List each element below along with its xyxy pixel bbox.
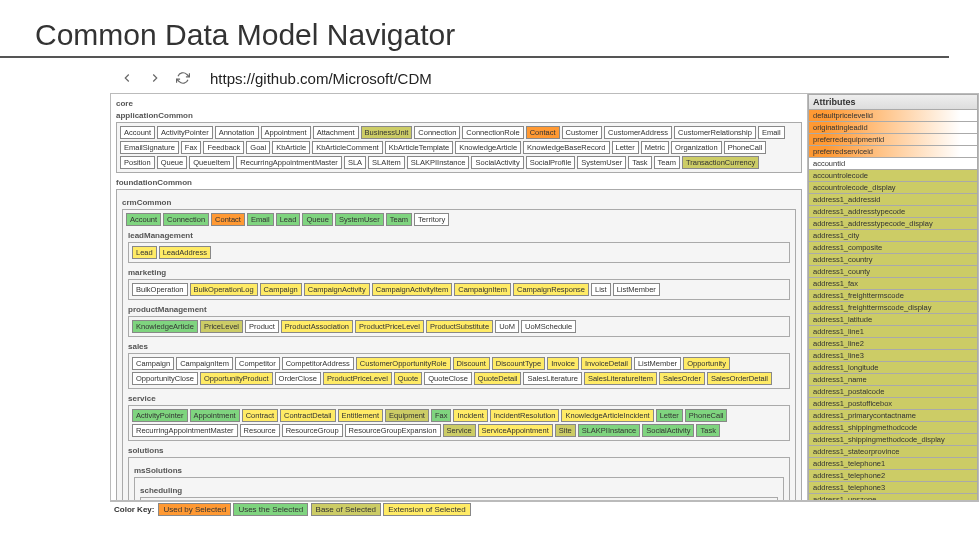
attribute-row[interactable]: address1_addresstypecode_display [808, 218, 978, 230]
attribute-row[interactable]: preferredserviceid [808, 146, 978, 158]
entity-tile[interactable]: Team [654, 156, 680, 169]
entity-tile[interactable]: Customer [562, 126, 603, 139]
entity-tile[interactable]: Position [120, 156, 155, 169]
attribute-row[interactable]: address1_line1 [808, 326, 978, 338]
attribute-row[interactable]: address1_addresstypecode [808, 206, 978, 218]
entity-tile[interactable]: Incident [453, 409, 487, 422]
entity-tile[interactable]: CustomerOpportunityRole [356, 357, 451, 370]
entity-tile[interactable]: KnowledgeArticleIncident [561, 409, 653, 422]
entity-tile[interactable]: Invoice [547, 357, 579, 370]
entity-tile[interactable]: Contact [526, 126, 560, 139]
entity-tile[interactable]: TransactionCurrency [682, 156, 759, 169]
entity-tile[interactable]: CampaignActivityItem [372, 283, 453, 296]
entity-tile[interactable]: CustomerAddress [604, 126, 672, 139]
entity-tile[interactable]: ProductPriceLevel [355, 320, 424, 333]
attribute-row[interactable]: accountrolecode [808, 170, 978, 182]
entity-tile[interactable]: CustomerRelationship [674, 126, 756, 139]
attribute-row[interactable]: defaultpricelevelid [808, 110, 978, 122]
entity-tile[interactable]: QuoteDetail [474, 372, 522, 385]
entity-tile[interactable]: RecurringAppointmentMaster [236, 156, 342, 169]
entity-tile[interactable]: Opportunity [683, 357, 730, 370]
attribute-row[interactable]: address1_name [808, 374, 978, 386]
entity-tile[interactable]: BulkOperation [132, 283, 188, 296]
entity-tile[interactable]: CompetitorAddress [282, 357, 354, 370]
entity-tile[interactable]: Appointment [261, 126, 311, 139]
entity-tile[interactable]: SocialActivity [471, 156, 523, 169]
url-bar[interactable]: https://github.com/Microsoft/CDM [210, 70, 432, 87]
entity-tile[interactable]: Team [386, 213, 412, 226]
entity-tile[interactable]: Service [443, 424, 476, 437]
attribute-row[interactable]: address1_freighttermscode [808, 290, 978, 302]
attribute-row[interactable]: address1_country [808, 254, 978, 266]
entity-tile[interactable]: SalesLiteratureItem [584, 372, 657, 385]
entity-tile[interactable]: SalesOrderDetail [707, 372, 772, 385]
attribute-row[interactable]: address1_stateorprovince [808, 446, 978, 458]
entity-tile[interactable]: Queue [157, 156, 188, 169]
entity-tile[interactable]: EmailSignature [120, 141, 179, 154]
entity-tile[interactable]: Email [247, 213, 274, 226]
entity-tile[interactable]: Site [555, 424, 576, 437]
entity-tile[interactable]: Fax [181, 141, 202, 154]
entity-tile[interactable]: ServiceAppointment [478, 424, 553, 437]
attribute-row[interactable]: address1_primarycontactname [808, 410, 978, 422]
entity-tile[interactable]: Goal [246, 141, 270, 154]
entity-tile[interactable]: ContractDetail [280, 409, 336, 422]
back-icon[interactable] [120, 71, 134, 87]
entity-tile[interactable]: Entitlement [338, 409, 384, 422]
entity-tile[interactable]: ActivityPointer [132, 409, 188, 422]
entity-tile[interactable]: LeadAddress [159, 246, 211, 259]
entity-tile[interactable]: Territory [414, 213, 449, 226]
attribute-row[interactable]: address1_shippingmethodcode [808, 422, 978, 434]
entity-tile[interactable]: BulkOperationLog [190, 283, 258, 296]
entity-tile[interactable]: Email [758, 126, 785, 139]
attribute-row[interactable]: address1_freighttermscode_display [808, 302, 978, 314]
entity-tile[interactable]: PhoneCall [685, 409, 728, 422]
entity-tile[interactable]: KnowledgeBaseRecord [523, 141, 609, 154]
entity-tile[interactable]: Metric [641, 141, 669, 154]
attribute-row[interactable]: address1_postofficebox [808, 398, 978, 410]
entity-tile[interactable]: Campaign [132, 357, 174, 370]
entity-tile[interactable]: OrderClose [275, 372, 321, 385]
entity-tile[interactable]: Attachment [313, 126, 359, 139]
entity-tile[interactable]: PriceLevel [200, 320, 243, 333]
entity-tile[interactable]: Connection [163, 213, 209, 226]
entity-tile[interactable]: Task [696, 424, 719, 437]
entity-tile[interactable]: CampaignResponse [513, 283, 589, 296]
entity-tile[interactable]: InvoiceDetail [581, 357, 632, 370]
entity-tile[interactable]: KbArticleTemplate [385, 141, 453, 154]
entity-tile[interactable]: Feedback [203, 141, 244, 154]
attribute-row[interactable]: address1_addressid [808, 194, 978, 206]
entity-tile[interactable]: ListMember [613, 283, 660, 296]
entity-tile[interactable]: SLA [344, 156, 366, 169]
entity-tile[interactable]: CampaignItem [454, 283, 511, 296]
entity-tile[interactable]: UoM [495, 320, 519, 333]
entity-tile[interactable]: RecurringAppointmentMaster [132, 424, 238, 437]
entity-tile[interactable]: Quote [394, 372, 422, 385]
entity-tile[interactable]: OpportunityClose [132, 372, 198, 385]
entity-tile[interactable]: Contact [211, 213, 245, 226]
entity-tile[interactable]: Fax [431, 409, 452, 422]
entity-tile[interactable]: Connection [414, 126, 460, 139]
entity-tile[interactable]: Queue [302, 213, 333, 226]
entity-tile[interactable]: QueueItem [189, 156, 234, 169]
attribute-row[interactable]: address1_telephone2 [808, 470, 978, 482]
attribute-row[interactable]: address1_county [808, 266, 978, 278]
entity-tile[interactable]: Contract [242, 409, 278, 422]
entity-tile[interactable]: Competitor [235, 357, 280, 370]
entity-tile[interactable]: SystemUser [577, 156, 626, 169]
entity-tile[interactable]: ProductSubstitute [426, 320, 493, 333]
entity-tile[interactable]: Resource [240, 424, 280, 437]
attribute-row[interactable]: address1_telephone1 [808, 458, 978, 470]
entity-tile[interactable]: Appointment [190, 409, 240, 422]
attribute-row[interactable]: preferredequipmentid [808, 134, 978, 146]
entity-tile[interactable]: OpportunityProduct [200, 372, 273, 385]
entity-tile[interactable]: UoMSchedule [521, 320, 576, 333]
entity-tile[interactable]: Campaign [260, 283, 302, 296]
entity-tile[interactable]: SalesLiterature [523, 372, 581, 385]
refresh-icon[interactable] [176, 71, 190, 87]
forward-icon[interactable] [148, 71, 162, 87]
entity-tile[interactable]: ResourceGroupExpansion [345, 424, 441, 437]
attribute-row[interactable]: accountrolecode_display [808, 182, 978, 194]
entity-tile[interactable]: SalesOrder [659, 372, 705, 385]
entity-tile[interactable]: SystemUser [335, 213, 384, 226]
